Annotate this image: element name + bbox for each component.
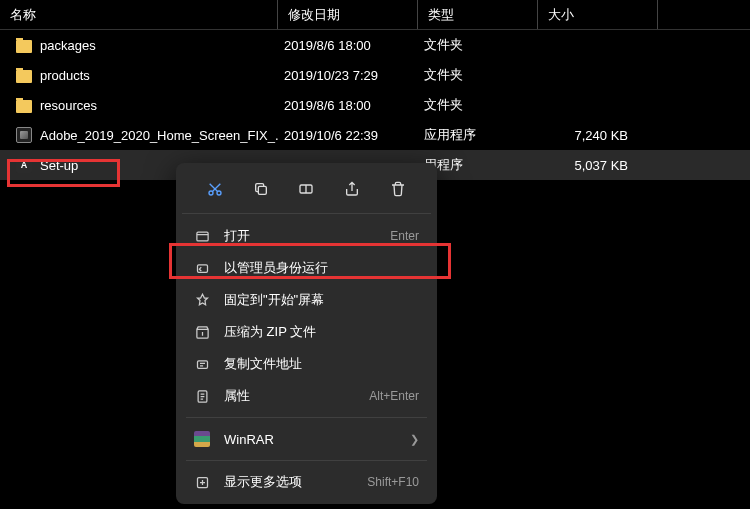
copy-icon bbox=[253, 181, 269, 197]
table-row[interactable]: products 2019/10/23 7:29 文件夹 bbox=[0, 60, 750, 90]
file-date: 2019/8/6 18:00 bbox=[278, 38, 418, 53]
menu-label: 压缩为 ZIP 文件 bbox=[224, 323, 419, 341]
menu-more-options[interactable]: 显示更多选项 Shift+F10 bbox=[182, 466, 431, 498]
file-list: packages 2019/8/6 18:00 文件夹 products 201… bbox=[0, 30, 750, 180]
shield-icon bbox=[194, 260, 210, 276]
menu-open[interactable]: 打开 Enter bbox=[182, 220, 431, 252]
file-type: 文件夹 bbox=[418, 36, 538, 54]
svg-rect-5 bbox=[197, 264, 207, 272]
folder-icon bbox=[16, 100, 32, 113]
file-name: Set-up bbox=[40, 158, 78, 173]
file-date: 2019/10/6 22:39 bbox=[278, 128, 418, 143]
rename-icon bbox=[298, 181, 314, 197]
copy-button[interactable] bbox=[244, 173, 278, 205]
menu-label: 以管理员身份运行 bbox=[224, 259, 419, 277]
column-header-type[interactable]: 类型 bbox=[418, 0, 538, 29]
file-date: 2019/8/6 18:00 bbox=[278, 98, 418, 113]
menu-run-as-admin[interactable]: 以管理员身份运行 bbox=[182, 252, 431, 284]
file-size: 5,037 KB bbox=[538, 158, 658, 173]
menu-pin-to-start[interactable]: 固定到"开始"屏幕 bbox=[182, 284, 431, 316]
menu-copy-path[interactable]: 复制文件地址 bbox=[182, 348, 431, 380]
file-date: 2019/10/23 7:29 bbox=[278, 68, 418, 83]
table-row[interactable]: Adobe_2019_2020_Home_Screen_FIX_... 2019… bbox=[0, 120, 750, 150]
menu-label: 属性 bbox=[224, 387, 355, 405]
file-name: packages bbox=[40, 38, 96, 53]
svg-rect-4 bbox=[196, 232, 207, 241]
menu-properties[interactable]: 属性 Alt+Enter bbox=[182, 380, 431, 412]
column-header-name[interactable]: 名称 bbox=[0, 0, 278, 29]
share-icon bbox=[344, 181, 360, 197]
menu-compress-zip[interactable]: 压缩为 ZIP 文件 bbox=[182, 316, 431, 348]
file-name: products bbox=[40, 68, 90, 83]
cut-button[interactable] bbox=[198, 173, 232, 205]
adobe-icon: A bbox=[16, 157, 32, 173]
cut-icon bbox=[207, 181, 223, 197]
winrar-icon bbox=[194, 431, 210, 447]
zip-icon bbox=[194, 324, 210, 340]
menu-label: WinRAR bbox=[224, 432, 396, 447]
menu-label: 显示更多选项 bbox=[224, 473, 353, 491]
menu-divider bbox=[186, 460, 427, 461]
svg-point-1 bbox=[217, 191, 221, 195]
file-type: 文件夹 bbox=[418, 66, 538, 84]
file-type: 应用程序 bbox=[418, 126, 538, 144]
copy-path-icon bbox=[194, 356, 210, 372]
menu-label: 打开 bbox=[224, 227, 376, 245]
menu-label: 固定到"开始"屏幕 bbox=[224, 291, 419, 309]
context-toolbar bbox=[182, 169, 431, 214]
pin-icon bbox=[194, 292, 210, 308]
menu-divider bbox=[186, 417, 427, 418]
share-button[interactable] bbox=[335, 173, 369, 205]
file-name: Adobe_2019_2020_Home_Screen_FIX_... bbox=[40, 128, 278, 143]
table-row[interactable]: resources 2019/8/6 18:00 文件夹 bbox=[0, 90, 750, 120]
application-icon bbox=[16, 127, 32, 143]
delete-button[interactable] bbox=[381, 173, 415, 205]
svg-rect-6 bbox=[197, 360, 207, 368]
delete-icon bbox=[390, 181, 406, 197]
file-name: resources bbox=[40, 98, 97, 113]
table-row[interactable]: packages 2019/8/6 18:00 文件夹 bbox=[0, 30, 750, 60]
menu-shortcut: Enter bbox=[390, 229, 419, 243]
properties-icon bbox=[194, 388, 210, 404]
chevron-right-icon: ❯ bbox=[410, 433, 419, 446]
svg-rect-2 bbox=[258, 186, 266, 194]
menu-winrar[interactable]: WinRAR ❯ bbox=[182, 423, 431, 455]
column-header-size[interactable]: 大小 bbox=[538, 0, 658, 29]
column-header-row: 名称 修改日期 类型 大小 bbox=[0, 0, 750, 30]
rename-button[interactable] bbox=[289, 173, 323, 205]
menu-label: 复制文件地址 bbox=[224, 355, 419, 373]
folder-icon bbox=[16, 40, 32, 53]
folder-icon bbox=[16, 70, 32, 83]
file-type: 文件夹 bbox=[418, 96, 538, 114]
more-icon bbox=[194, 474, 210, 490]
menu-shortcut: Shift+F10 bbox=[367, 475, 419, 489]
menu-shortcut: Alt+Enter bbox=[369, 389, 419, 403]
context-menu: 打开 Enter 以管理员身份运行 固定到"开始"屏幕 压缩为 ZIP 文件 复… bbox=[176, 163, 437, 504]
column-header-date[interactable]: 修改日期 bbox=[278, 0, 418, 29]
open-icon bbox=[194, 228, 210, 244]
file-size: 7,240 KB bbox=[538, 128, 658, 143]
svg-point-0 bbox=[209, 191, 213, 195]
